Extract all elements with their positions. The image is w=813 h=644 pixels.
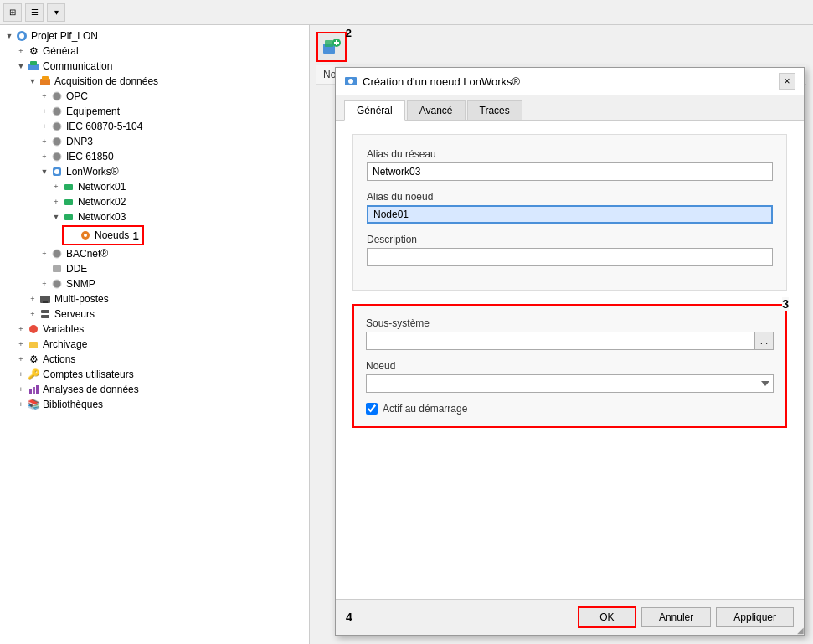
lonworks-expander[interactable]: ▼ [39, 166, 50, 178]
annuler-button[interactable]: Annuler [641, 607, 711, 627]
network03-expander[interactable]: ▼ [50, 211, 62, 223]
tree-bibliotheques[interactable]: + 📚 Bibliothèques [0, 397, 309, 412]
badge-1: 1 [132, 229, 138, 242]
list-icon-btn[interactable]: ☰ [25, 3, 44, 22]
network02-expander[interactable]: + [50, 196, 62, 208]
tree-multipostes[interactable]: + Multi-postes [0, 291, 309, 307]
analyses-expander[interactable]: + [15, 384, 27, 395]
actif-checkbox[interactable] [366, 403, 378, 415]
tree-iec61850[interactable]: + IEC 61850 [0, 149, 309, 164]
bibliotheques-label: Bibliothèques [43, 399, 103, 410]
description-input[interactable] [367, 248, 773, 266]
appliquer-button[interactable]: Appliquer [716, 607, 794, 627]
dnp3-expander[interactable]: + [39, 136, 50, 147]
communication-label: Communication [43, 60, 112, 72]
tree-network02[interactable]: + Network02 [0, 194, 309, 209]
comptes-expander[interactable]: + [15, 368, 27, 380]
svg-point-25 [29, 325, 38, 333]
tree-variables[interactable]: + Variables [0, 322, 309, 337]
tab-avance[interactable]: Avancé [407, 100, 466, 120]
iec61850-expander[interactable]: + [39, 151, 50, 162]
add-node-button[interactable]: 2 [316, 32, 347, 62]
tree-acquisition[interactable]: ▼ Acquisition de données [0, 74, 309, 89]
tree-bacnet[interactable]: + BACnet® [0, 246, 309, 261]
noeud-select-wrapper [366, 374, 774, 393]
tree-dnp3[interactable]: + DNP3 [0, 134, 309, 149]
lonworks-icon [50, 165, 64, 178]
variables-expander[interactable]: + [15, 323, 27, 335]
noeud-select[interactable] [366, 374, 774, 393]
acquisition-expander[interactable]: ▼ [27, 75, 39, 87]
general-expander[interactable]: + [15, 45, 27, 57]
network01-expander[interactable]: + [50, 181, 62, 193]
alias-reseau-label: Alias du réseau [367, 148, 773, 160]
ok-button[interactable]: OK [578, 606, 636, 628]
svg-point-17 [84, 234, 87, 237]
svg-rect-22 [43, 301, 48, 303]
noeud-group: Noeud [366, 360, 774, 393]
tree-archivage[interactable]: + Archivage [0, 337, 309, 352]
alias-noeud-input[interactable] [367, 205, 773, 224]
comptes-label: Comptes utilisateurs [43, 368, 134, 380]
tree-lonworks[interactable]: ▼ LonWorks® [0, 164, 309, 179]
resize-handle[interactable]: ◢ [792, 623, 804, 635]
serveurs-expander[interactable]: + [27, 308, 39, 320]
svg-point-1 [19, 33, 24, 39]
alias-section: Alias du réseau Alias du noeud Descripti… [352, 134, 787, 291]
tab-traces[interactable]: Traces [467, 100, 522, 120]
network01-label: Network01 [78, 181, 126, 193]
opc-expander[interactable]: + [39, 90, 50, 102]
alias-reseau-input[interactable] [367, 162, 773, 181]
svg-point-20 [53, 280, 61, 288]
dnp3-label: DNP3 [66, 136, 93, 147]
tree-serveurs[interactable]: + Serveurs [0, 307, 309, 322]
variables-icon [27, 322, 40, 336]
tree-general[interactable]: + ⚙ Général [0, 44, 309, 59]
gear-icon: ⚙ [27, 44, 40, 58]
snmp-expander[interactable]: + [39, 278, 50, 290]
tree-equipement[interactable]: + Equipement [0, 104, 309, 119]
browse-button[interactable]: … [755, 332, 774, 350]
bibliotheques-expander[interactable]: + [15, 399, 27, 410]
tab-general[interactable]: Général [344, 100, 405, 121]
tree-opc[interactable]: + OPC [0, 89, 309, 104]
grid-icon-btn[interactable]: ⊞ [3, 3, 22, 22]
tree-network01[interactable]: + Network01 [0, 179, 309, 194]
snmp-icon [50, 277, 64, 291]
dde-icon [50, 262, 64, 276]
tree-snmp[interactable]: + SNMP [0, 276, 309, 291]
tree-comptes[interactable]: + 🔑 Comptes utilisateurs [0, 367, 309, 382]
actions-icon: ⚙ [27, 353, 40, 366]
sous-systeme-input[interactable] [366, 332, 755, 350]
dnp3-icon [50, 135, 64, 148]
iec60870-expander[interactable]: + [39, 121, 50, 132]
equipement-expander[interactable]: + [39, 106, 50, 117]
equipement-label: Equipement [66, 106, 120, 117]
bacnet-expander[interactable]: + [39, 248, 50, 260]
svg-rect-24 [41, 315, 49, 318]
equipement-icon [50, 105, 64, 118]
network02-label: Network02 [78, 196, 126, 208]
tree-iec60870[interactable]: + IEC 60870-5-104 [0, 119, 309, 134]
tree-dde[interactable]: DDE [0, 261, 309, 276]
creation-dialog: Création d'un noeud LonWorks® × Général … [335, 67, 805, 636]
serveurs-label: Serveurs [54, 308, 95, 320]
dialog-tabs: Général Avancé Traces [336, 95, 804, 121]
root-expander[interactable]: ▼ [3, 30, 15, 42]
tree-network03[interactable]: ▼ Network03 [0, 209, 309, 224]
tree-communication[interactable]: ▼ Communication [0, 59, 309, 74]
tree-actions[interactable]: + ⚙ Actions [0, 352, 309, 367]
svg-rect-31 [325, 40, 333, 47]
tree-analyses[interactable]: + Analyses de données [0, 382, 309, 397]
multipostes-expander[interactable]: + [27, 293, 39, 305]
tree-noeuds[interactable]: ▶ Noeuds 1 [62, 225, 144, 245]
arrow-down-icon-btn[interactable]: ▾ [47, 3, 65, 22]
comptes-icon: 🔑 [27, 368, 40, 381]
dde-expander[interactable] [39, 263, 50, 275]
communication-expander[interactable]: ▼ [15, 60, 27, 72]
tree-root[interactable]: ▼ Projet Plf_LON [0, 28, 309, 44]
sous-systeme-group: Sous-système … [366, 317, 774, 350]
archivage-expander[interactable]: + [15, 338, 27, 350]
dialog-close-button[interactable]: × [779, 73, 795, 90]
actions-expander[interactable]: + [15, 353, 27, 365]
